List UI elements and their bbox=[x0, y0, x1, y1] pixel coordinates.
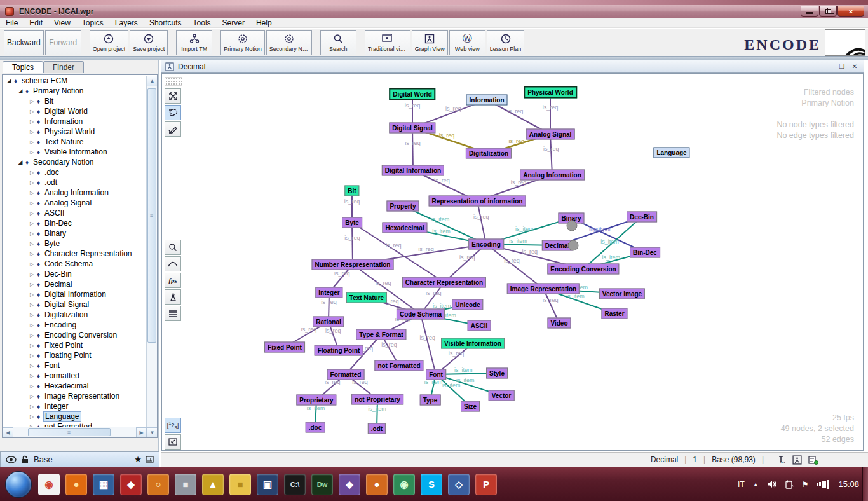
menu-tools[interactable]: Tools bbox=[187, 18, 217, 27]
graph-node-font[interactable]: Font bbox=[426, 369, 446, 380]
fps-button[interactable]: fps bbox=[165, 273, 181, 288]
graph-node-not-formatted[interactable]: not Formatted bbox=[374, 360, 423, 371]
menu-edit[interactable]: Edit bbox=[24, 18, 48, 27]
graph-node-dec-bin[interactable]: Dec-Bin bbox=[627, 212, 657, 223]
numbers-button[interactable]: [123] bbox=[165, 418, 181, 433]
graph-node-property[interactable]: Property bbox=[386, 201, 419, 212]
collapse-arrow-icon[interactable]: ◢ bbox=[17, 159, 24, 165]
graph-node-analog-information[interactable]: Analog Information bbox=[520, 170, 585, 181]
canvas-maximize-button[interactable]: ❒ bbox=[837, 62, 847, 71]
graph-node-information[interactable]: Information bbox=[466, 95, 508, 106]
tree-item-language[interactable]: ▷♦Language bbox=[3, 411, 146, 422]
curve-button[interactable] bbox=[165, 256, 181, 271]
language-indicator[interactable]: IT bbox=[738, 480, 745, 489]
graph-node-proprietary[interactable]: Proprietary bbox=[296, 395, 336, 406]
tree-item-digital-information[interactable]: ▷♦Digital Information bbox=[3, 289, 146, 299]
scroll-right-button[interactable]: ▶ bbox=[136, 427, 147, 438]
expand-arrow-icon[interactable]: ▷ bbox=[28, 210, 36, 216]
tree-item-hexadecimal[interactable]: ▷♦Hexadecimal bbox=[3, 381, 146, 391]
graph-node-ascii[interactable]: ASCII bbox=[468, 320, 491, 331]
tree-horizontal-scrollbar[interactable]: ◀ ≡ ▶ bbox=[3, 427, 147, 437]
graph-node-unicode[interactable]: Unicode bbox=[452, 299, 483, 310]
taskbar-app-gray[interactable]: ■ bbox=[175, 474, 196, 495]
tree-item-encoding[interactable]: ▷♦Encoding bbox=[3, 320, 146, 330]
graph-node-fixed-point[interactable]: Fixed Point bbox=[264, 342, 305, 353]
pointer-button[interactable] bbox=[165, 434, 181, 450]
graph-node-vector-image[interactable]: Vector image bbox=[599, 289, 645, 299]
menu-help[interactable]: Help bbox=[250, 18, 278, 27]
graph-edge-byte-number-rep[interactable] bbox=[352, 223, 353, 264]
expand-arrow-icon[interactable]: ▷ bbox=[28, 99, 36, 104]
action-center-flag-icon[interactable]: ⚑ bbox=[802, 480, 809, 489]
scroll-left-button[interactable]: ◀ bbox=[3, 427, 13, 438]
tree-item-integer[interactable]: ▷♦Integer bbox=[3, 401, 146, 411]
expand-arrow-icon[interactable]: ▷ bbox=[28, 271, 36, 277]
expand-arrow-icon[interactable]: ▷ bbox=[28, 373, 36, 379]
taskbar-powerpoint[interactable]: P bbox=[475, 474, 497, 495]
collapse-arrow-icon[interactable]: ◢ bbox=[17, 88, 24, 94]
expand-arrow-icon[interactable]: ▷ bbox=[28, 190, 36, 196]
taskbar-firefox[interactable]: ○ bbox=[147, 474, 169, 495]
graph-node-byte[interactable]: Byte bbox=[342, 217, 362, 228]
tree-item-bin-dec[interactable]: ▷♦Bin-Dec bbox=[3, 218, 146, 228]
graph-node-visible-information[interactable]: Visible Information bbox=[441, 338, 505, 349]
menu-topics[interactable]: Topics bbox=[76, 18, 109, 27]
expand-arrow-icon[interactable]: ▷ bbox=[28, 383, 36, 389]
taskbar-dreamweaver[interactable]: Dw bbox=[311, 474, 333, 495]
tree-item-code-schema[interactable]: ▷♦Code Schema bbox=[3, 259, 146, 269]
tree-item-encoding-conversion[interactable]: ▷♦Encoding Conversion bbox=[3, 330, 146, 340]
graph-node-bit[interactable]: Bit bbox=[344, 186, 359, 196]
zoom-button[interactable] bbox=[165, 240, 181, 255]
expand-arrow-icon[interactable]: ▷ bbox=[28, 404, 36, 409]
web-view-button[interactable]: ⓌWeb view bbox=[449, 30, 485, 55]
menu-view[interactable]: View bbox=[48, 18, 76, 27]
layer-name[interactable]: Base bbox=[34, 455, 134, 464]
expand-arrow-icon[interactable]: ▷ bbox=[28, 251, 36, 257]
selection-marker-1[interactable] bbox=[567, 221, 578, 231]
graph-node-hexadecimal[interactable]: Hexadecimal bbox=[382, 223, 427, 233]
status-graph-icon[interactable] bbox=[792, 455, 802, 465]
tree-item-secondary-notion[interactable]: ◢♦Secondary Notion bbox=[3, 157, 146, 167]
graph-node-number-rep[interactable]: Number Respresentation bbox=[312, 259, 394, 270]
search-button[interactable]: Search bbox=[320, 30, 356, 55]
backward-button[interactable]: Backward bbox=[4, 30, 44, 55]
tree-item-digital-signal[interactable]: ▷♦Digital Signal bbox=[3, 299, 146, 310]
status-layers-icon[interactable] bbox=[808, 455, 818, 465]
graph-node-not-proprietary[interactable]: not Proprietary bbox=[351, 394, 403, 405]
close-button[interactable]: × bbox=[837, 6, 864, 17]
menu-shortcuts[interactable]: Shortcuts bbox=[144, 18, 187, 27]
taskbar-skype[interactable]: S bbox=[421, 474, 442, 495]
network-signal-icon[interactable] bbox=[817, 480, 829, 489]
graph-node-rep-info[interactable]: Representation of information bbox=[429, 196, 526, 207]
canvas-close-button[interactable]: ✕ bbox=[850, 62, 860, 71]
expand-arrow-icon[interactable]: ▷ bbox=[28, 180, 36, 186]
taskbar-explorer-folder[interactable]: ■ bbox=[229, 474, 251, 495]
graph-node-text-nature[interactable]: Text Nature bbox=[346, 292, 387, 303]
tree-item-decimal[interactable]: ▷♦Decimal bbox=[3, 279, 146, 289]
tree-item-font[interactable]: ▷♦Font bbox=[3, 360, 146, 371]
collapse-arrow-icon[interactable]: ◢ bbox=[5, 78, 13, 84]
graph-node-type-format[interactable]: Type & Format bbox=[356, 329, 406, 340]
taskbar-app-cube[interactable]: ◇ bbox=[448, 474, 470, 495]
toolstrip-drag-handle[interactable] bbox=[165, 77, 182, 86]
graph-node-digital-information[interactable]: Digital Information bbox=[382, 165, 444, 176]
graph-node-digital-world[interactable]: Digital World bbox=[389, 88, 435, 100]
graph-node-doc[interactable]: .doc bbox=[306, 422, 325, 433]
tree-item--odt[interactable]: ▷♦.odt bbox=[3, 177, 146, 188]
edit-pen-button[interactable] bbox=[165, 121, 181, 137]
tree-item-byte[interactable]: ▷♦Byte bbox=[3, 238, 146, 249]
taskbar-app-red[interactable]: ◆ bbox=[120, 474, 142, 495]
expand-arrow-icon[interactable]: ▷ bbox=[28, 129, 36, 135]
tree-item-bit[interactable]: ▷♦Bit bbox=[3, 96, 146, 106]
weight-button[interactable] bbox=[165, 289, 181, 305]
horizontal-scroll-thumb[interactable]: ≡ bbox=[28, 428, 111, 436]
graph-node-style[interactable]: Style bbox=[486, 368, 508, 379]
menu-file[interactable]: File bbox=[0, 18, 24, 27]
graph-node-language[interactable]: Language bbox=[653, 148, 689, 158]
tree-item-formatted[interactable]: ▷♦Formatted bbox=[3, 371, 146, 381]
tray-expand-icon[interactable]: ▲ bbox=[753, 481, 759, 488]
restore-button[interactable] bbox=[819, 6, 837, 17]
save-project-button[interactable]: Save project bbox=[130, 30, 168, 55]
tree-item-digital-world[interactable]: ▷♦Digital World bbox=[3, 106, 146, 116]
scroll-up-button[interactable]: ▲ bbox=[147, 76, 158, 86]
